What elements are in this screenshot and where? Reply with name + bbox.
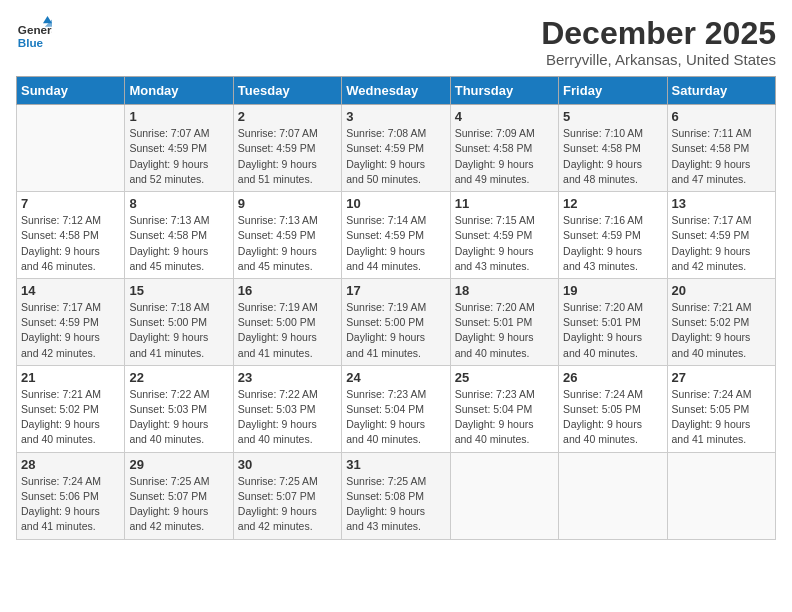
calendar-cell: 18Sunrise: 7:20 AM Sunset: 5:01 PM Dayli… <box>450 278 558 365</box>
day-info: Sunrise: 7:21 AM Sunset: 5:02 PM Dayligh… <box>21 387 120 448</box>
calendar-table: SundayMondayTuesdayWednesdayThursdayFrid… <box>16 76 776 539</box>
day-number: 26 <box>563 370 662 385</box>
day-number: 6 <box>672 109 771 124</box>
calendar-week-row: 14Sunrise: 7:17 AM Sunset: 4:59 PM Dayli… <box>17 278 776 365</box>
weekday-header-row: SundayMondayTuesdayWednesdayThursdayFrid… <box>17 77 776 105</box>
calendar-cell: 4Sunrise: 7:09 AM Sunset: 4:58 PM Daylig… <box>450 105 558 192</box>
calendar-week-row: 7Sunrise: 7:12 AM Sunset: 4:58 PM Daylig… <box>17 192 776 279</box>
weekday-header-cell: Saturday <box>667 77 775 105</box>
logo: General Blue <box>16 16 52 52</box>
calendar-cell: 20Sunrise: 7:21 AM Sunset: 5:02 PM Dayli… <box>667 278 775 365</box>
day-info: Sunrise: 7:25 AM Sunset: 5:08 PM Dayligh… <box>346 474 445 535</box>
day-number: 22 <box>129 370 228 385</box>
day-number: 12 <box>563 196 662 211</box>
day-info: Sunrise: 7:22 AM Sunset: 5:03 PM Dayligh… <box>238 387 337 448</box>
calendar-cell: 3Sunrise: 7:08 AM Sunset: 4:59 PM Daylig… <box>342 105 450 192</box>
calendar-cell: 1Sunrise: 7:07 AM Sunset: 4:59 PM Daylig… <box>125 105 233 192</box>
calendar-week-row: 28Sunrise: 7:24 AM Sunset: 5:06 PM Dayli… <box>17 452 776 539</box>
calendar-cell: 7Sunrise: 7:12 AM Sunset: 4:58 PM Daylig… <box>17 192 125 279</box>
calendar-body: 1Sunrise: 7:07 AM Sunset: 4:59 PM Daylig… <box>17 105 776 539</box>
day-info: Sunrise: 7:18 AM Sunset: 5:00 PM Dayligh… <box>129 300 228 361</box>
day-number: 4 <box>455 109 554 124</box>
day-info: Sunrise: 7:13 AM Sunset: 4:59 PM Dayligh… <box>238 213 337 274</box>
day-number: 16 <box>238 283 337 298</box>
day-number: 1 <box>129 109 228 124</box>
day-info: Sunrise: 7:11 AM Sunset: 4:58 PM Dayligh… <box>672 126 771 187</box>
day-number: 17 <box>346 283 445 298</box>
day-info: Sunrise: 7:24 AM Sunset: 5:06 PM Dayligh… <box>21 474 120 535</box>
calendar-cell: 27Sunrise: 7:24 AM Sunset: 5:05 PM Dayli… <box>667 365 775 452</box>
calendar-cell: 31Sunrise: 7:25 AM Sunset: 5:08 PM Dayli… <box>342 452 450 539</box>
day-number: 5 <box>563 109 662 124</box>
day-number: 18 <box>455 283 554 298</box>
day-info: Sunrise: 7:24 AM Sunset: 5:05 PM Dayligh… <box>672 387 771 448</box>
day-number: 7 <box>21 196 120 211</box>
calendar-cell: 10Sunrise: 7:14 AM Sunset: 4:59 PM Dayli… <box>342 192 450 279</box>
day-info: Sunrise: 7:20 AM Sunset: 5:01 PM Dayligh… <box>455 300 554 361</box>
calendar-cell: 12Sunrise: 7:16 AM Sunset: 4:59 PM Dayli… <box>559 192 667 279</box>
calendar-cell <box>559 452 667 539</box>
calendar-cell: 24Sunrise: 7:23 AM Sunset: 5:04 PM Dayli… <box>342 365 450 452</box>
day-info: Sunrise: 7:15 AM Sunset: 4:59 PM Dayligh… <box>455 213 554 274</box>
day-info: Sunrise: 7:17 AM Sunset: 4:59 PM Dayligh… <box>21 300 120 361</box>
day-number: 10 <box>346 196 445 211</box>
day-number: 2 <box>238 109 337 124</box>
calendar-cell: 5Sunrise: 7:10 AM Sunset: 4:58 PM Daylig… <box>559 105 667 192</box>
calendar-cell: 2Sunrise: 7:07 AM Sunset: 4:59 PM Daylig… <box>233 105 341 192</box>
day-number: 27 <box>672 370 771 385</box>
header: General Blue December 2025 Berryville, A… <box>16 16 776 68</box>
day-number: 9 <box>238 196 337 211</box>
calendar-cell: 30Sunrise: 7:25 AM Sunset: 5:07 PM Dayli… <box>233 452 341 539</box>
calendar-cell: 8Sunrise: 7:13 AM Sunset: 4:58 PM Daylig… <box>125 192 233 279</box>
day-info: Sunrise: 7:13 AM Sunset: 4:58 PM Dayligh… <box>129 213 228 274</box>
calendar-week-row: 1Sunrise: 7:07 AM Sunset: 4:59 PM Daylig… <box>17 105 776 192</box>
day-number: 24 <box>346 370 445 385</box>
day-info: Sunrise: 7:07 AM Sunset: 4:59 PM Dayligh… <box>238 126 337 187</box>
calendar-cell: 16Sunrise: 7:19 AM Sunset: 5:00 PM Dayli… <box>233 278 341 365</box>
svg-text:Blue: Blue <box>18 36 44 49</box>
day-info: Sunrise: 7:12 AM Sunset: 4:58 PM Dayligh… <box>21 213 120 274</box>
calendar-cell: 22Sunrise: 7:22 AM Sunset: 5:03 PM Dayli… <box>125 365 233 452</box>
calendar-week-row: 21Sunrise: 7:21 AM Sunset: 5:02 PM Dayli… <box>17 365 776 452</box>
day-number: 8 <box>129 196 228 211</box>
day-info: Sunrise: 7:09 AM Sunset: 4:58 PM Dayligh… <box>455 126 554 187</box>
day-info: Sunrise: 7:16 AM Sunset: 4:59 PM Dayligh… <box>563 213 662 274</box>
calendar-cell: 15Sunrise: 7:18 AM Sunset: 5:00 PM Dayli… <box>125 278 233 365</box>
weekday-header-cell: Thursday <box>450 77 558 105</box>
calendar-cell: 11Sunrise: 7:15 AM Sunset: 4:59 PM Dayli… <box>450 192 558 279</box>
calendar-cell: 9Sunrise: 7:13 AM Sunset: 4:59 PM Daylig… <box>233 192 341 279</box>
weekday-header-cell: Monday <box>125 77 233 105</box>
day-info: Sunrise: 7:21 AM Sunset: 5:02 PM Dayligh… <box>672 300 771 361</box>
day-number: 21 <box>21 370 120 385</box>
day-info: Sunrise: 7:14 AM Sunset: 4:59 PM Dayligh… <box>346 213 445 274</box>
day-info: Sunrise: 7:24 AM Sunset: 5:05 PM Dayligh… <box>563 387 662 448</box>
weekday-header-cell: Friday <box>559 77 667 105</box>
month-title: December 2025 <box>541 16 776 51</box>
title-area: December 2025 Berryville, Arkansas, Unit… <box>541 16 776 68</box>
day-number: 29 <box>129 457 228 472</box>
calendar-cell: 17Sunrise: 7:19 AM Sunset: 5:00 PM Dayli… <box>342 278 450 365</box>
calendar-cell <box>667 452 775 539</box>
day-number: 31 <box>346 457 445 472</box>
day-number: 11 <box>455 196 554 211</box>
day-info: Sunrise: 7:25 AM Sunset: 5:07 PM Dayligh… <box>129 474 228 535</box>
day-number: 20 <box>672 283 771 298</box>
day-info: Sunrise: 7:23 AM Sunset: 5:04 PM Dayligh… <box>455 387 554 448</box>
day-info: Sunrise: 7:17 AM Sunset: 4:59 PM Dayligh… <box>672 213 771 274</box>
calendar-cell: 14Sunrise: 7:17 AM Sunset: 4:59 PM Dayli… <box>17 278 125 365</box>
calendar-cell: 6Sunrise: 7:11 AM Sunset: 4:58 PM Daylig… <box>667 105 775 192</box>
calendar-cell: 28Sunrise: 7:24 AM Sunset: 5:06 PM Dayli… <box>17 452 125 539</box>
day-info: Sunrise: 7:07 AM Sunset: 4:59 PM Dayligh… <box>129 126 228 187</box>
day-number: 25 <box>455 370 554 385</box>
day-number: 30 <box>238 457 337 472</box>
day-info: Sunrise: 7:23 AM Sunset: 5:04 PM Dayligh… <box>346 387 445 448</box>
calendar-cell: 23Sunrise: 7:22 AM Sunset: 5:03 PM Dayli… <box>233 365 341 452</box>
day-number: 13 <box>672 196 771 211</box>
day-info: Sunrise: 7:08 AM Sunset: 4:59 PM Dayligh… <box>346 126 445 187</box>
day-info: Sunrise: 7:22 AM Sunset: 5:03 PM Dayligh… <box>129 387 228 448</box>
calendar-cell: 21Sunrise: 7:21 AM Sunset: 5:02 PM Dayli… <box>17 365 125 452</box>
location-title: Berryville, Arkansas, United States <box>541 51 776 68</box>
day-info: Sunrise: 7:10 AM Sunset: 4:58 PM Dayligh… <box>563 126 662 187</box>
day-number: 19 <box>563 283 662 298</box>
day-number: 15 <box>129 283 228 298</box>
